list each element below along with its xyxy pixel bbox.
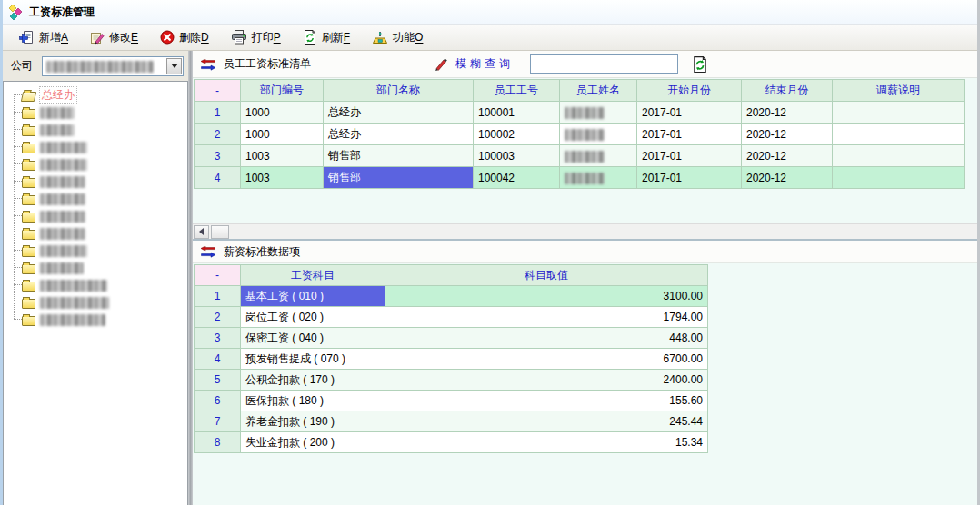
tree-item[interactable] — [22, 276, 187, 293]
column-header[interactable]: 调薪说明 — [833, 80, 965, 102]
column-header[interactable]: 部门编号 — [241, 80, 324, 102]
table-row: 41003销售部1000422017-012020-12 — [195, 167, 965, 189]
cell[interactable]: 2017-01 — [637, 102, 742, 124]
cell[interactable]: 2020-12 — [742, 145, 833, 167]
cell[interactable]: 4 — [195, 349, 241, 370]
tree-item[interactable] — [22, 138, 187, 155]
cell[interactable]: 岗位工资 ( 020 ) — [241, 307, 385, 328]
cell[interactable]: 保密工资 ( 040 ) — [241, 328, 385, 349]
cell[interactable]: 预发销售提成 ( 070 ) — [241, 349, 385, 370]
edit-button[interactable]: 修改E — [81, 26, 147, 49]
column-header[interactable]: 结束月份 — [742, 80, 833, 102]
folder-icon — [22, 282, 35, 292]
cell[interactable]: 1 — [195, 102, 241, 124]
cell[interactable]: 2020-12 — [742, 167, 833, 189]
blurred-text — [40, 159, 87, 171]
cell[interactable]: 245.44 — [385, 411, 708, 432]
tree-item[interactable] — [22, 121, 187, 138]
company-combobox-dropdown-button[interactable] — [166, 58, 182, 74]
cell[interactable] — [833, 102, 965, 124]
cell[interactable]: 公积金扣款 ( 170 ) — [241, 370, 385, 391]
cell[interactable]: 100042 — [474, 167, 560, 189]
cell[interactable]: 2020-12 — [742, 124, 833, 145]
column-header[interactable]: - — [195, 80, 241, 102]
cell[interactable]: 3 — [195, 145, 241, 167]
cell[interactable]: 100002 — [474, 124, 560, 145]
cell[interactable]: 3 — [195, 328, 241, 349]
column-header[interactable]: 开始月份 — [637, 80, 742, 102]
cell[interactable]: 1003 — [241, 167, 324, 189]
horizontal-scrollbar[interactable] — [193, 223, 977, 239]
cell[interactable]: 1003 — [241, 145, 324, 167]
column-header[interactable]: 科目取值 — [385, 265, 708, 286]
cell[interactable]: 基本工资 ( 010 ) — [241, 286, 385, 307]
delete-button[interactable]: 删除D — [151, 26, 218, 49]
new-button[interactable]: 新增A — [10, 26, 77, 49]
function-button[interactable]: 功能O — [363, 26, 432, 49]
cell[interactable] — [833, 167, 965, 189]
column-header[interactable]: 部门名称 — [324, 80, 474, 102]
cell[interactable]: 1000 — [241, 102, 324, 124]
refresh-button[interactable]: 刷新F — [294, 26, 359, 49]
cell[interactable]: 2400.00 — [385, 370, 708, 391]
cell[interactable] — [560, 124, 637, 145]
cell[interactable] — [560, 167, 637, 189]
table-row: 21000总经办1000022017-012020-12 — [195, 124, 965, 145]
column-header[interactable]: 工资科目 — [241, 265, 385, 286]
fuzzy-search-input[interactable] — [530, 54, 678, 74]
cell[interactable]: 15.34 — [385, 432, 708, 453]
cell[interactable] — [560, 102, 637, 124]
cell[interactable]: 2017-01 — [637, 167, 742, 189]
cell[interactable]: 总经办 — [324, 102, 474, 124]
cell[interactable]: 总经办 — [324, 124, 474, 145]
cell[interactable]: 2017-01 — [637, 124, 742, 145]
cell[interactable]: 养老金扣款 ( 190 ) — [241, 411, 385, 432]
cell[interactable]: 1 — [195, 286, 241, 307]
fuzzy-search-label[interactable]: 模糊查询 — [455, 56, 514, 72]
scrollbar-thumb[interactable] — [211, 225, 229, 239]
scroll-left-button[interactable] — [194, 225, 209, 239]
tree-item[interactable] — [22, 155, 187, 173]
tree-item-总经办[interactable]: 总经办 — [22, 86, 187, 104]
cell[interactable]: 销售部 — [324, 167, 474, 189]
tree-item[interactable] — [22, 104, 187, 121]
cell[interactable]: 2 — [195, 124, 241, 145]
cell[interactable]: 4 — [195, 167, 241, 189]
cell[interactable]: 6 — [195, 391, 241, 411]
column-header[interactable]: 员工姓名 — [560, 80, 637, 102]
cell[interactable]: 2020-12 — [742, 102, 833, 124]
cell[interactable] — [833, 124, 965, 145]
tree-item[interactable] — [22, 173, 187, 190]
tree-item-label — [40, 157, 87, 170]
cell[interactable]: 3100.00 — [385, 286, 708, 307]
company-combobox[interactable] — [42, 56, 184, 76]
cell[interactable]: 2017-01 — [637, 145, 742, 167]
cell[interactable]: 7 — [195, 411, 241, 432]
tree-item[interactable] — [22, 293, 187, 311]
cell[interactable] — [833, 145, 965, 167]
cell[interactable]: 8 — [195, 432, 241, 453]
tree-item[interactable] — [22, 190, 187, 207]
tree-item[interactable] — [22, 242, 187, 259]
cell[interactable]: 448.00 — [385, 328, 708, 349]
tree-item[interactable] — [22, 259, 187, 276]
column-header[interactable]: 员工工号 — [474, 80, 560, 102]
cell[interactable]: 100003 — [474, 145, 560, 167]
print-button[interactable]: 打印P — [222, 26, 290, 49]
cell[interactable]: 医保扣款 ( 180 ) — [241, 391, 385, 411]
cell[interactable]: 1000 — [241, 124, 324, 145]
cell[interactable]: 5 — [195, 370, 241, 391]
cell[interactable]: 失业金扣款 ( 200 ) — [241, 432, 385, 453]
tree-item[interactable] — [22, 207, 187, 224]
search-refresh-button[interactable] — [691, 55, 709, 74]
cell[interactable]: 1794.00 — [385, 307, 708, 328]
cell[interactable]: 100001 — [474, 102, 560, 124]
tree-item[interactable] — [22, 224, 187, 242]
cell[interactable]: 销售部 — [324, 145, 474, 167]
cell[interactable]: 2 — [195, 307, 241, 328]
cell[interactable]: 155.60 — [385, 391, 708, 411]
column-header[interactable]: - — [195, 265, 241, 286]
cell[interactable]: 6700.00 — [385, 349, 708, 370]
tree-item[interactable] — [22, 311, 187, 328]
cell[interactable] — [560, 145, 637, 167]
